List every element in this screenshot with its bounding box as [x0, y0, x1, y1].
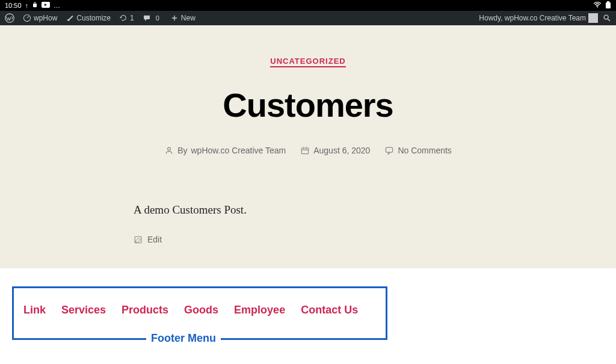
new-link[interactable]: New [170, 14, 196, 22]
footer-menu-item[interactable]: Contact Us [301, 304, 358, 316]
howdy-label: Howdy, wpHow.co Creative Team [479, 14, 586, 22]
user-icon [164, 146, 174, 155]
site-name-label: wpHow [34, 14, 57, 22]
wp-logo[interactable] [5, 13, 14, 23]
comment-icon [143, 14, 151, 22]
svg-point-3 [597, 7, 598, 8]
date-label: August 6, 2020 [313, 146, 370, 155]
customize-label: Customize [76, 14, 111, 22]
category-link[interactable]: UNCATEGORIZED [270, 57, 345, 67]
footer-menu-list: Link Services Products Goods Employee Co… [14, 288, 386, 338]
footer-menu-section: Link Services Products Goods Employee Co… [0, 268, 616, 358]
upload-icon: ↑ [25, 2, 29, 9]
search-icon [603, 14, 611, 22]
svg-rect-1 [34, 2, 36, 4]
post-body: A demo Customers Post. Edit [0, 191, 616, 268]
svg-point-8 [604, 15, 608, 19]
calendar-icon [300, 146, 310, 155]
comments-link[interactable]: 0 [143, 14, 162, 22]
footer-menu-item[interactable]: Goods [184, 304, 218, 316]
footer-menu-item[interactable]: Employee [234, 304, 285, 316]
device-status-bar: 10:50 ↑ … [0, 0, 616, 11]
post-header: UNCATEGORIZED Customers By wpHow.co Crea… [0, 25, 616, 191]
customize-link[interactable]: Customize [66, 14, 111, 22]
edit-icon [134, 235, 143, 244]
battery-icon [605, 1, 611, 10]
svg-rect-5 [607, 1, 609, 2]
dashboard-icon [23, 14, 31, 22]
updates-count: 1 [130, 14, 134, 22]
comments-count: 0 [153, 14, 162, 22]
comments-meta[interactable]: No Comments [384, 146, 451, 155]
footer-menu-item[interactable]: Services [61, 304, 106, 316]
author-link[interactable]: wpHow.co Creative Team [191, 146, 286, 155]
footer-menu-item[interactable]: Products [122, 304, 168, 316]
svg-point-9 [168, 147, 171, 150]
comment-icon [384, 146, 394, 155]
avatar [588, 13, 598, 23]
post-title: Customers [12, 85, 604, 125]
site-name-link[interactable]: wpHow [23, 14, 57, 22]
bag-icon [32, 2, 38, 9]
wifi-icon [593, 2, 602, 9]
footer-menu-annotation: Link Services Products Goods Employee Co… [12, 286, 387, 340]
plus-icon [170, 14, 179, 22]
author-prefix: By [177, 146, 187, 155]
edit-link[interactable]: Edit [134, 235, 482, 244]
refresh-icon [119, 14, 128, 22]
footer-menu-item[interactable]: Link [23, 304, 46, 316]
post-content: A demo Customers Post. [134, 203, 482, 217]
youtube-icon [42, 2, 50, 9]
svg-rect-4 [606, 2, 611, 8]
edit-label: Edit [147, 235, 162, 244]
date-meta: August 6, 2020 [300, 146, 370, 155]
search-toggle[interactable] [603, 14, 611, 22]
svg-rect-10 [302, 148, 309, 154]
more-icon: … [54, 2, 60, 9]
post-meta: By wpHow.co Creative Team August 6, 2020… [12, 146, 604, 155]
new-label: New [181, 14, 196, 22]
svg-rect-11 [386, 147, 393, 152]
updates-link[interactable]: 1 [119, 14, 134, 22]
footer-menu-annotation-label: Footer Menu [146, 332, 221, 345]
comments-label: No Comments [398, 146, 451, 155]
howdy-link[interactable]: Howdy, wpHow.co Creative Team [479, 13, 598, 23]
admin-bar: wpHow Customize 1 0 New Howdy, wpHow.co … [0, 11, 616, 25]
device-time: 10:50 [5, 2, 22, 9]
brush-icon [66, 14, 74, 22]
footer-bottom: © 2020 wpHow Powered by WordPress To the… [0, 358, 616, 364]
author-meta: By wpHow.co Creative Team [164, 146, 286, 155]
